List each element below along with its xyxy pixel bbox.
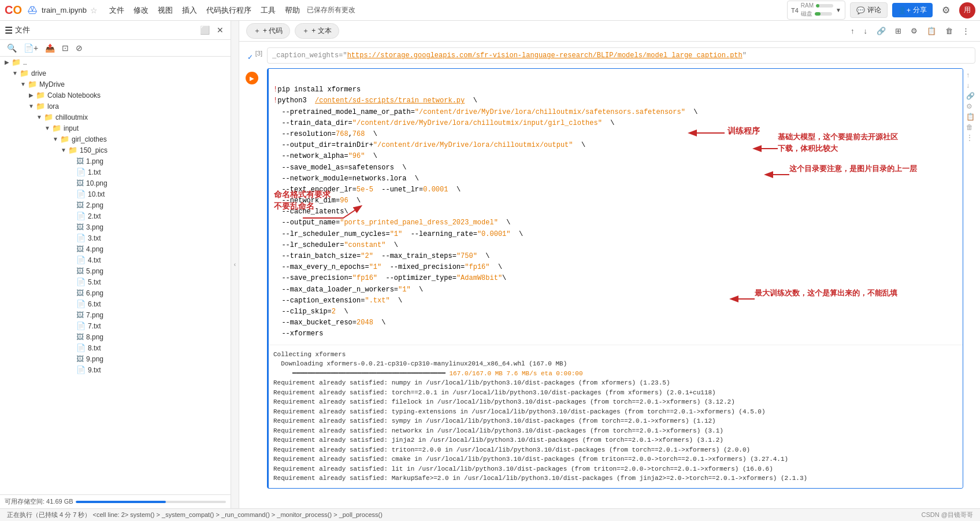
move-up-icon[interactable]: ↑ (847, 25, 858, 37)
tree-item-f10txt[interactable]: 📄10.txt (0, 189, 231, 199)
tree-label: lora (47, 102, 59, 110)
file-tree: ▶📁..▼📁drive▼📁MyDrive▶📁Colab Notebooks▼📁l… (0, 57, 231, 494)
tree-item-f7png[interactable]: 🖼7.png (0, 309, 231, 320)
collapse-handle[interactable]: ‹ (231, 21, 239, 508)
tree-item-mydrive[interactable]: ▼📁MyDrive (0, 79, 231, 90)
copy-icon[interactable]: ⊞ (892, 25, 905, 37)
tree-item-girl_clothes[interactable]: ▼📁girl_clothes (0, 134, 231, 145)
star-icon[interactable]: ☆ (90, 6, 98, 15)
tree-item-f5png[interactable]: 🖼5.png (0, 265, 231, 276)
tree-item-f6txt[interactable]: 📄6.txt (0, 298, 231, 309)
link-icon[interactable]: 🔗 (873, 25, 889, 37)
menu-file[interactable]: 文件 (105, 3, 129, 18)
run-button[interactable]: ▶ (246, 72, 258, 84)
comment-button[interactable]: 💬 评论 (850, 2, 888, 18)
tree-item-f9png[interactable]: 🖼9.png (0, 353, 231, 364)
tree-item-f9txt[interactable]: 📄9.txt (0, 364, 231, 375)
search-icon[interactable]: 🔍 (5, 42, 19, 54)
upload-icon[interactable]: 📤 (43, 42, 57, 54)
file-icon: 📄 (76, 343, 86, 352)
notebook-toolbar: ＋ + 代码 ＋ + 文本 ↑ ↓ 🔗 ⊞ ⚙ 📋 🗑 ⋮ (239, 21, 980, 42)
tree-label: chilloutmix (55, 113, 88, 121)
tree-item-f8png[interactable]: 🖼8.png (0, 331, 231, 342)
sidebar-icons: ⬜ ✕ (198, 24, 226, 36)
folder-icon: 📁 (52, 124, 61, 132)
tree-item-chilloutmix[interactable]: ▼📁chilloutmix (0, 112, 231, 123)
disk-label: 磁盘 (801, 10, 812, 18)
tree-item-150pics[interactable]: ▼📁150_pics (0, 145, 231, 156)
file-icon: 🖼 (76, 223, 84, 231)
cell-code-content: !pip install xformers !python3 /content/… (269, 69, 963, 345)
file-icon: 📄 (76, 300, 86, 308)
cell-trash-btn[interactable]: 🗑 (966, 123, 975, 132)
tree-item-f2txt[interactable]: 📄2.txt (0, 210, 231, 221)
tree-item-dotdot[interactable]: ▶📁.. (0, 57, 231, 68)
cell-link-btn[interactable]: 🔗 (966, 91, 975, 101)
menu-edit[interactable]: 修改 (129, 3, 153, 18)
tree-item-input[interactable]: ▼📁input (0, 123, 231, 134)
tree-item-colab[interactable]: ▶📁Colab Notebooks (0, 90, 231, 101)
file-icon: 🖼 (76, 332, 84, 341)
ram-bar (816, 4, 833, 8)
settings-button[interactable]: ⚙ (937, 2, 955, 18)
resource-indicator[interactable]: T4 RAM 磁盘 ▼ (787, 1, 845, 20)
tree-item-f3txt[interactable]: 📄3.txt (0, 232, 231, 243)
resource-type: T4 (791, 7, 799, 14)
cell-down-btn[interactable]: ↓ (966, 81, 975, 90)
main-cell-body[interactable]: !pip install xformers !python3 /content/… (267, 68, 963, 489)
refresh-icon[interactable]: ⊡ (60, 42, 71, 54)
tree-item-lora[interactable]: ▼📁lora (0, 101, 231, 112)
main-cell: ▶ !pip install xformers !python3 /conten… (239, 67, 980, 490)
cell-copy-icon[interactable]: 📋 (923, 25, 940, 37)
cell-settings-btn[interactable]: ⚙ (966, 102, 975, 111)
menu-tools[interactable]: 工具 (256, 3, 280, 18)
cell-up-btn[interactable]: ↑ (966, 71, 975, 80)
tree-label: 5.png (86, 267, 103, 275)
tree-label: drive (31, 69, 46, 77)
tree-item-f10png[interactable]: 🖼10.png (0, 178, 231, 189)
cell-delete-icon[interactable]: 🗑 (942, 25, 956, 37)
menu-help[interactable]: 帮助 (280, 3, 305, 18)
sidebar-title: 文件 (15, 25, 195, 35)
file-icon: 📄 (76, 212, 86, 220)
add-text-button[interactable]: ＋ + 文本 (295, 23, 339, 39)
tree-item-f7txt[interactable]: 📄7.txt (0, 320, 231, 331)
file-title: train_m.ipynb ☆ (28, 6, 98, 15)
cell-gutter-main: ▶ (244, 68, 267, 84)
tree-item-f4txt[interactable]: 📄4.txt (0, 254, 231, 265)
more-options-icon[interactable]: ⋮ (959, 25, 973, 37)
tree-arrow-icon: ▼ (51, 136, 60, 142)
menu-view[interactable]: 视图 (153, 3, 177, 18)
tree-item-f6png[interactable]: 🖼6.png (0, 287, 231, 298)
cell-settings-icon[interactable]: ⚙ (907, 25, 921, 37)
tree-item-drive[interactable]: ▼📁drive (0, 68, 231, 79)
tree-item-f5txt[interactable]: 📄5.txt (0, 276, 231, 287)
avatar[interactable]: 用 (959, 2, 975, 19)
tree-item-f8txt[interactable]: 📄8.txt (0, 342, 231, 353)
tree-label: 3.txt (88, 234, 101, 242)
cell-more-btn[interactable]: ⋮ (966, 133, 975, 142)
tree-item-f1txt[interactable]: 📄1.txt (0, 167, 231, 178)
sidebar-close-icon[interactable]: ✕ (214, 24, 226, 36)
new-file-icon[interactable]: 📄+ (21, 42, 40, 54)
tree-label: 4.txt (88, 256, 101, 264)
more-icon[interactable]: ⊘ (73, 42, 85, 54)
tree-item-f1png[interactable]: 🖼1.png (0, 156, 231, 167)
add-text-label: + 文本 (311, 26, 331, 36)
cell-copy-btn[interactable]: 📋 (966, 112, 975, 121)
add-code-button[interactable]: ＋ + 代码 (246, 23, 290, 39)
sidebar-expand-icon[interactable]: ⬜ (198, 24, 212, 36)
move-down-icon[interactable]: ↓ (860, 25, 871, 37)
tree-label: 7.txt (88, 322, 101, 330)
menu-runtime[interactable]: 代码执行程序 (202, 3, 256, 18)
menu-insert[interactable]: 插入 (177, 3, 202, 18)
sidebar-menu-icon[interactable]: ☰ (5, 25, 13, 36)
share-button[interactable]: 👤+ 分享 (892, 3, 933, 17)
tree-item-f4png[interactable]: 🖼4.png (0, 243, 231, 254)
tree-item-f3png[interactable]: 🖼3.png (0, 221, 231, 232)
menu-items: 文件 修改 视图 插入 代码执行程序 工具 帮助 已保存所有更改 (105, 3, 355, 18)
prev-cell-body: _caption_weights="https://storage.google… (267, 47, 975, 64)
folder-icon: 📁 (20, 69, 29, 77)
menu-bar: CO train_m.ipynb ☆ 文件 修改 视图 插入 代码执行程序 工具… (0, 0, 980, 21)
tree-item-f2png[interactable]: 🖼2.png (0, 199, 231, 210)
